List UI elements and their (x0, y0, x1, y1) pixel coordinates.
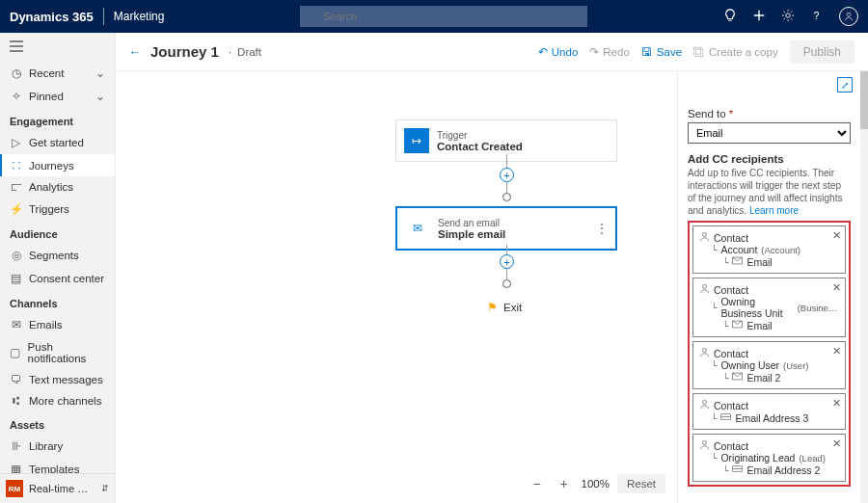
global-topbar: Dynamics 365 Marketing ? (0, 0, 868, 33)
person-icon (699, 231, 710, 244)
zoom-value: 100% (582, 478, 610, 490)
learn-more-link[interactable]: Learn more (749, 205, 799, 216)
sidebar-item-get-started[interactable]: ▷Get started (0, 131, 115, 154)
svg-point-2 (786, 13, 790, 16)
svg-point-7 (702, 284, 706, 288)
chart-icon: ⫍ (10, 181, 22, 193)
sidebar-item-recent[interactable]: ◷Recent⌄ (0, 62, 115, 85)
svg-point-11 (702, 400, 706, 404)
sidebar-group-engagement: Engagement (0, 108, 115, 131)
cc-root: Contact (714, 440, 748, 452)
cc-relation: Account (720, 244, 757, 255)
search-box[interactable] (300, 6, 587, 27)
back-button[interactable]: ← (129, 45, 141, 59)
search-input[interactable] (300, 6, 587, 27)
sidebar-item-label: Journeys (29, 160, 74, 172)
bell-icon: ▢ (10, 346, 21, 359)
add-step-button[interactable]: + (500, 254, 514, 269)
left-sidebar: ◷Recent⌄ ✧Pinned⌄ Engagement ▷Get starte… (0, 33, 116, 503)
hamburger-icon[interactable] (0, 33, 115, 62)
chevron-down-icon: ⌄ (95, 90, 105, 103)
cc-recipient-item[interactable]: ✕Contact└Email Address 3 (692, 393, 846, 430)
sidebar-item-push[interactable]: ▢Push notifications (0, 336, 115, 369)
gear-icon[interactable] (781, 9, 795, 25)
mail-icon: ✉ (10, 318, 22, 331)
save-button[interactable]: 🖫Save (641, 46, 682, 58)
clock-icon: ◷ (10, 66, 22, 80)
svg-text:?: ? (814, 9, 820, 20)
sidebar-item-templates[interactable]: ▦Templates (0, 458, 115, 473)
sidebar-item-consent[interactable]: ▤Consent center (0, 267, 115, 290)
svg-point-14 (702, 440, 706, 444)
remove-cc-button[interactable]: ✕ (832, 437, 841, 450)
expand-panel-button[interactable]: ⤢ (837, 77, 853, 93)
node-menu-button[interactable]: ⋮ (596, 222, 608, 235)
zoom-in-button[interactable]: + (555, 474, 574, 493)
copy-button[interactable]: ⿻Create a copy (693, 46, 778, 58)
segments-icon: ◎ (10, 249, 22, 262)
cc-relation-detail: (User) (783, 360, 808, 371)
send-to-select[interactable]: Email (688, 122, 851, 144)
sidebar-item-triggers[interactable]: ⚡Triggers (0, 198, 115, 221)
redo-button[interactable]: ↷Redo (589, 45, 630, 59)
cc-recipients-box: ✕Contact└Account (Account)└Email✕Contact… (688, 221, 851, 487)
link-icon: ⑆ (10, 395, 22, 407)
sidebar-item-library[interactable]: ⊪Library (0, 435, 115, 458)
sidebar-item-analytics[interactable]: ⫍Analytics (0, 176, 115, 198)
main-area: ← Journey 1 Draft ↶Undo ↷Redo 🖫Save ⿻Cre… (116, 33, 868, 503)
lightbulb-icon[interactable] (723, 9, 737, 25)
cc-recipient-item[interactable]: ✕Contact└Account (Account)└Email (692, 225, 846, 274)
zoom-out-button[interactable]: − (528, 474, 547, 493)
sidebar-app-switcher[interactable]: RM Real-time marketi... ⇵ (0, 473, 115, 503)
person-icon (699, 347, 710, 359)
library-icon: ⊪ (10, 439, 22, 453)
app-label: Real-time marketi... (29, 483, 95, 494)
cc-recipient-item[interactable]: ✕Contact└Owning Business Unit (Business … (692, 278, 846, 337)
user-avatar[interactable] (839, 7, 858, 26)
help-icon[interactable]: ? (810, 9, 824, 25)
person-icon (699, 399, 710, 411)
node-type-label: Send an email (438, 218, 505, 228)
sidebar-item-label: Recent (29, 67, 64, 79)
sidebar-item-label: Text messages (29, 374, 103, 385)
publish-button[interactable]: Publish (790, 40, 854, 64)
cc-relation: Owning User (720, 359, 779, 371)
sidebar-group-channels: Channels (0, 290, 115, 313)
journey-canvas[interactable]: ↦ Trigger Contact Created + ✉ Send an em… (116, 71, 677, 503)
panel-scrollbar[interactable] (860, 71, 868, 503)
sidebar-item-label: Triggers (29, 203, 69, 215)
sidebar-item-pinned[interactable]: ✧Pinned⌄ (0, 85, 115, 108)
cmd-label: Redo (603, 46, 630, 58)
cc-help-text: Add up to five CC recipients. Their inte… (688, 167, 851, 217)
cc-field: Email 2 (746, 372, 780, 384)
zoom-controls: − + 100% Reset (528, 474, 665, 493)
brand-title: Dynamics 365 (10, 10, 94, 24)
remove-cc-button[interactable]: ✕ (832, 397, 841, 410)
zoom-reset-button[interactable]: Reset (617, 474, 665, 493)
exit-label: Exit (503, 302, 522, 313)
sidebar-item-emails[interactable]: ✉Emails (0, 313, 115, 336)
plus-icon[interactable] (752, 9, 766, 25)
cmd-label: Undo (552, 46, 579, 58)
sidebar-item-label: More channels (29, 395, 101, 407)
cc-recipient-item[interactable]: ✕Contact└Originating Lead (Lead)└Email A… (692, 434, 846, 482)
properties-panel: ⤢ Send to * Email Add CC recipients Add … (677, 71, 860, 503)
sidebar-item-more-channels[interactable]: ⑆More channels (0, 390, 115, 411)
connector-joint (502, 193, 511, 201)
sidebar-item-label: Emails (29, 319, 63, 331)
sidebar-item-text[interactable]: 🗨Text messages (0, 369, 115, 390)
remove-cc-button[interactable]: ✕ (832, 345, 841, 357)
brand-divider (103, 8, 104, 25)
sidebar-item-journeys[interactable]: ⸬Journeys (0, 154, 115, 176)
pin-icon: ✧ (10, 90, 22, 103)
app-badge: RM (6, 480, 23, 497)
remove-cc-button[interactable]: ✕ (832, 229, 841, 242)
sidebar-item-segments[interactable]: ◎Segments (0, 244, 115, 267)
cc-recipient-item[interactable]: ✕Contact└Owning User (User)└Email 2 (692, 341, 846, 389)
remove-cc-button[interactable]: ✕ (832, 281, 841, 294)
sidebar-group-assets: Assets (0, 411, 115, 435)
cc-root: Contact (714, 348, 748, 359)
cc-field: Email (746, 320, 772, 331)
undo-button[interactable]: ↶Undo (538, 45, 579, 59)
add-step-button[interactable]: + (500, 168, 514, 182)
